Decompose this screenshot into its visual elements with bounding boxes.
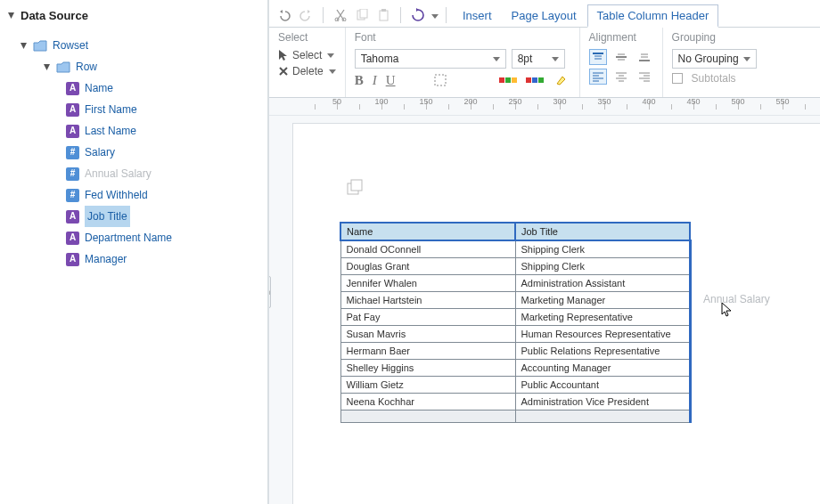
design-canvas[interactable]: 50100150200250300350400450500550600 ◂ Sa… <box>269 98 820 504</box>
tab-insert[interactable]: Insert <box>454 5 501 26</box>
cell-job[interactable]: Shipping Clerk <box>515 258 690 275</box>
ribbon-group-title: Font <box>355 31 570 44</box>
tree-label: Row <box>76 56 97 77</box>
font-size-select[interactable]: 8pt <box>512 49 565 69</box>
table-row[interactable]: Donald OConnellShipping Clerk <box>340 240 690 258</box>
cursor-icon <box>278 49 289 61</box>
align-center-button[interactable] <box>612 69 630 85</box>
grouping-select[interactable]: No Grouping <box>672 49 757 69</box>
cell-job[interactable]: Public Accountant <box>515 377 690 394</box>
font-family-select[interactable]: Tahoma <box>355 49 506 69</box>
cell-job[interactable]: Public Relations Representative <box>515 343 690 360</box>
top-toolbar: Insert Page Layout Table Column Header <box>269 0 820 27</box>
ribbon-group-title: Grouping <box>672 31 757 44</box>
collapse-icon[interactable] <box>7 12 15 20</box>
cell-name[interactable]: Donald OConnell <box>340 240 515 258</box>
folder-icon <box>56 61 70 73</box>
table-row[interactable]: Michael HartsteinMarketing Manager <box>340 292 690 309</box>
underline-button[interactable]: U <box>386 73 396 88</box>
table-row[interactable]: Jennifer WhalenAdministration Assistant <box>340 275 690 292</box>
cell-name[interactable]: Neena Kochhar <box>340 394 515 411</box>
cut-icon[interactable] <box>331 5 350 25</box>
font-color-button[interactable] <box>526 72 544 88</box>
tab-table-column-header[interactable]: Table Column Header <box>587 4 719 28</box>
svg-rect-4 <box>380 11 388 20</box>
tree-node-field[interactable]: AManager <box>7 248 260 270</box>
cell-name[interactable]: Michael Hartstein <box>340 292 515 309</box>
text-field-icon: A <box>66 253 79 266</box>
table-row[interactable]: Neena KochharAdministration Vice Preside… <box>340 394 690 411</box>
cell-job[interactable]: Accounting Manager <box>515 360 690 377</box>
italic-button[interactable]: I <box>373 73 377 88</box>
tree-label: Annual Salary <box>85 163 152 184</box>
horizontal-ruler: 50100150200250300350400450500550600 <box>269 98 820 116</box>
text-field-icon: A <box>66 103 79 117</box>
table-row[interactable]: Hermann BaerPublic Relations Representat… <box>340 343 690 360</box>
tree-node-field[interactable]: AName <box>7 77 260 99</box>
table-row[interactable]: Douglas GrantShipping Clerk <box>340 258 690 275</box>
folder-icon <box>33 40 47 52</box>
undo-icon[interactable] <box>275 5 294 25</box>
delete-button[interactable]: Delete <box>278 65 336 77</box>
report-table[interactable]: Name Job Title Donald OConnellShipping C… <box>340 222 692 423</box>
col-header-job[interactable]: Job Title <box>515 223 690 240</box>
cell-name[interactable]: William Gietz <box>340 377 515 394</box>
cell-job[interactable]: Human Resources Representative <box>515 326 690 343</box>
col-header-name[interactable]: Name <box>340 223 515 240</box>
cell-job[interactable]: Administration Assistant <box>515 275 690 292</box>
table-row[interactable]: Pat FayMarketing Representative <box>340 309 690 326</box>
tree-node-field[interactable]: #Annual Salary <box>7 163 260 184</box>
tab-page-layout[interactable]: Page Layout <box>503 5 586 26</box>
bold-button[interactable]: B <box>355 73 364 88</box>
cell-job[interactable]: Administration Vice President <box>515 394 690 411</box>
tree-node-field[interactable]: #Salary <box>7 142 260 163</box>
tree-node-field[interactable]: ADepartment Name <box>7 227 260 248</box>
select-button[interactable]: Select <box>278 49 334 61</box>
panel-collapse-handle[interactable]: ◂ <box>269 276 271 308</box>
data-source-tree: Rowset Row ANameAFirst NameALast Name#Sa… <box>7 35 260 270</box>
ribbon-group-alignment: Alignment <box>580 28 663 97</box>
dropdown-caret-icon[interactable] <box>430 9 439 21</box>
tree-node-field[interactable]: ALast Name <box>7 120 260 142</box>
data-source-title: Data Source <box>7 9 260 22</box>
align-right-button[interactable] <box>636 69 653 85</box>
table-footer-row[interactable] <box>340 411 690 423</box>
tree-node-field[interactable]: #Fed Withheld <box>7 184 260 206</box>
cell-name[interactable]: Shelley Higgins <box>340 360 515 377</box>
tree-node-field[interactable]: AJob Title <box>7 206 260 227</box>
table-row[interactable]: Susan MavrisHuman Resources Representati… <box>340 326 690 343</box>
cell-job[interactable]: Marketing Manager <box>515 292 690 309</box>
redo-icon[interactable] <box>296 5 316 25</box>
paste-icon[interactable] <box>373 5 393 25</box>
border-button[interactable] <box>431 72 449 88</box>
number-field-icon: # <box>66 167 79 181</box>
fill-color-button[interactable] <box>499 72 517 88</box>
cell-job[interactable]: Shipping Clerk <box>515 240 690 258</box>
report-page[interactable]: Salary Repo Name Job Title Donald OConne… <box>292 123 820 504</box>
tree-node-rowset[interactable]: Rowset <box>7 35 260 56</box>
valign-top-button[interactable] <box>589 49 607 65</box>
refresh-icon[interactable] <box>408 5 428 25</box>
table-row[interactable]: William GietzPublic Accountant <box>340 377 690 394</box>
tree-label: Rowset <box>53 35 88 56</box>
align-left-button[interactable] <box>589 69 607 85</box>
tree-label: Fed Withheld <box>85 184 148 206</box>
cell-name[interactable]: Douglas Grant <box>340 258 515 275</box>
cell-name[interactable]: Hermann Baer <box>340 343 515 360</box>
text-field-icon: A <box>66 232 79 245</box>
valign-bottom-button[interactable] <box>636 49 653 65</box>
text-field-icon: A <box>66 125 79 138</box>
text-field-icon: A <box>66 210 79 224</box>
number-field-icon: # <box>66 189 79 202</box>
cell-name[interactable]: Jennifer Whalen <box>340 275 515 292</box>
cell-job[interactable]: Marketing Representative <box>515 309 690 326</box>
table-row[interactable]: Shelley HigginsAccounting Manager <box>340 360 690 377</box>
tree-node-row[interactable]: Row <box>7 56 260 77</box>
valign-middle-button[interactable] <box>612 49 630 65</box>
highlight-button[interactable] <box>553 72 570 88</box>
cell-name[interactable]: Pat Fay <box>340 309 515 326</box>
cell-name[interactable]: Susan Mavris <box>340 326 515 343</box>
subtotals-checkbox[interactable] <box>672 73 683 84</box>
tree-node-field[interactable]: AFirst Name <box>7 99 260 120</box>
copy-icon[interactable] <box>352 5 372 25</box>
